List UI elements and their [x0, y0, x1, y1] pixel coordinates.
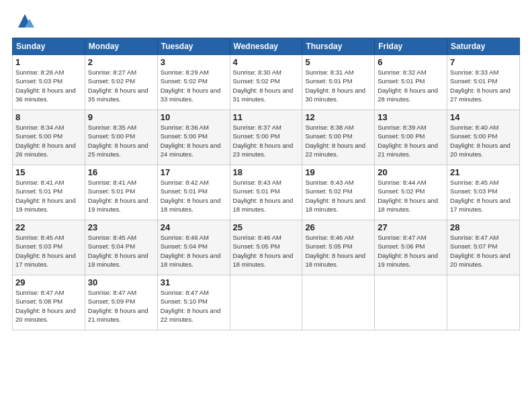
day-cell: 5Sunrise: 8:31 AMSunset: 5:01 PMDaylight…: [302, 55, 375, 110]
day-cell: [302, 275, 375, 330]
day-number: 4: [233, 57, 300, 67]
day-number: 23: [88, 222, 154, 232]
day-number: 10: [161, 112, 227, 122]
col-thursday: Thursday: [302, 38, 375, 55]
day-number: 9: [88, 112, 154, 122]
day-number: 29: [15, 277, 82, 287]
day-info: Sunrise: 8:43 AMSunset: 5:02 PMDaylight:…: [305, 178, 371, 214]
day-info: Sunrise: 8:47 AMSunset: 5:06 PMDaylight:…: [378, 233, 444, 269]
day-info: Sunrise: 8:46 AMSunset: 5:05 PMDaylight:…: [233, 233, 300, 269]
header-row: Sunday Monday Tuesday Wednesday Thursday…: [13, 38, 520, 55]
day-info: Sunrise: 8:39 AMSunset: 5:00 PMDaylight:…: [378, 123, 444, 158]
col-wednesday: Wednesday: [230, 38, 302, 55]
day-number: 20: [378, 167, 444, 177]
day-cell: 11Sunrise: 8:37 AMSunset: 5:00 PMDayligh…: [230, 110, 302, 165]
day-number: 22: [15, 222, 82, 232]
day-info: Sunrise: 8:44 AMSunset: 5:02 PMDaylight:…: [378, 178, 444, 214]
day-info: Sunrise: 8:40 AMSunset: 5:00 PMDaylight:…: [450, 123, 517, 158]
day-number: 18: [233, 167, 300, 177]
day-number: 12: [305, 112, 371, 122]
day-info: Sunrise: 8:36 AMSunset: 5:00 PMDaylight:…: [161, 123, 227, 158]
day-info: Sunrise: 8:45 AMSunset: 5:03 PMDaylight:…: [15, 233, 82, 269]
day-cell: 18Sunrise: 8:43 AMSunset: 5:01 PMDayligh…: [230, 165, 302, 220]
day-number: 14: [450, 112, 517, 122]
day-cell: [375, 275, 447, 330]
day-number: 26: [305, 222, 371, 232]
day-cell: [447, 275, 520, 330]
day-cell: 20Sunrise: 8:44 AMSunset: 5:02 PMDayligh…: [375, 165, 447, 220]
day-cell: 25Sunrise: 8:46 AMSunset: 5:05 PMDayligh…: [230, 220, 302, 275]
day-number: 31: [161, 277, 227, 287]
day-number: 3: [161, 57, 227, 67]
calendar-table: Sunday Monday Tuesday Wednesday Thursday…: [12, 38, 520, 330]
day-cell: 21Sunrise: 8:45 AMSunset: 5:03 PMDayligh…: [447, 165, 520, 220]
day-number: 28: [450, 222, 517, 232]
day-number: 24: [161, 222, 227, 232]
day-number: 1: [15, 57, 82, 67]
day-info: Sunrise: 8:34 AMSunset: 5:00 PMDaylight:…: [15, 123, 82, 158]
day-number: 13: [378, 112, 444, 122]
col-friday: Friday: [375, 38, 447, 55]
day-cell: 13Sunrise: 8:39 AMSunset: 5:00 PMDayligh…: [375, 110, 447, 165]
day-info: Sunrise: 8:43 AMSunset: 5:01 PMDaylight:…: [233, 178, 300, 214]
day-info: Sunrise: 8:46 AMSunset: 5:05 PMDaylight:…: [305, 233, 371, 269]
day-cell: 12Sunrise: 8:38 AMSunset: 5:00 PMDayligh…: [302, 110, 375, 165]
day-cell: 31Sunrise: 8:47 AMSunset: 5:10 PMDayligh…: [157, 275, 230, 330]
day-info: Sunrise: 8:42 AMSunset: 5:01 PMDaylight:…: [161, 178, 227, 214]
day-cell: 22Sunrise: 8:45 AMSunset: 5:03 PMDayligh…: [13, 220, 85, 275]
day-number: 30: [88, 277, 154, 287]
day-cell: 16Sunrise: 8:41 AMSunset: 5:01 PMDayligh…: [85, 165, 157, 220]
day-info: Sunrise: 8:47 AMSunset: 5:08 PMDaylight:…: [15, 288, 82, 324]
day-info: Sunrise: 8:33 AMSunset: 5:01 PMDaylight:…: [450, 68, 517, 103]
day-cell: 14Sunrise: 8:40 AMSunset: 5:00 PMDayligh…: [447, 110, 520, 165]
day-cell: 4Sunrise: 8:30 AMSunset: 5:02 PMDaylight…: [230, 55, 302, 110]
day-number: 2: [88, 57, 154, 67]
day-cell: [230, 275, 302, 330]
logo-icon: [15, 11, 35, 31]
day-info: Sunrise: 8:29 AMSunset: 5:02 PMDaylight:…: [161, 68, 227, 103]
day-cell: 1Sunrise: 8:26 AMSunset: 5:03 PMDaylight…: [13, 55, 85, 110]
day-cell: 29Sunrise: 8:47 AMSunset: 5:08 PMDayligh…: [13, 275, 85, 330]
day-cell: 10Sunrise: 8:36 AMSunset: 5:00 PMDayligh…: [157, 110, 230, 165]
col-saturday: Saturday: [447, 38, 520, 55]
day-info: Sunrise: 8:47 AMSunset: 5:09 PMDaylight:…: [88, 288, 154, 324]
day-number: 11: [233, 112, 300, 122]
week-row-1: 1Sunrise: 8:26 AMSunset: 5:03 PMDaylight…: [13, 55, 520, 110]
day-info: Sunrise: 8:37 AMSunset: 5:00 PMDaylight:…: [233, 123, 300, 158]
calendar-page: Sunday Monday Tuesday Wednesday Thursday…: [0, 0, 532, 411]
day-cell: 9Sunrise: 8:35 AMSunset: 5:00 PMDaylight…: [85, 110, 157, 165]
day-cell: 23Sunrise: 8:45 AMSunset: 5:04 PMDayligh…: [85, 220, 157, 275]
day-cell: 3Sunrise: 8:29 AMSunset: 5:02 PMDaylight…: [157, 55, 230, 110]
day-info: Sunrise: 8:41 AMSunset: 5:01 PMDaylight:…: [15, 178, 82, 214]
day-info: Sunrise: 8:45 AMSunset: 5:03 PMDaylight:…: [450, 178, 517, 214]
day-cell: 15Sunrise: 8:41 AMSunset: 5:01 PMDayligh…: [13, 165, 85, 220]
day-cell: 26Sunrise: 8:46 AMSunset: 5:05 PMDayligh…: [302, 220, 375, 275]
day-cell: 19Sunrise: 8:43 AMSunset: 5:02 PMDayligh…: [302, 165, 375, 220]
day-number: 7: [450, 57, 517, 67]
day-number: 15: [15, 167, 82, 177]
day-info: Sunrise: 8:26 AMSunset: 5:03 PMDaylight:…: [15, 68, 82, 103]
day-info: Sunrise: 8:38 AMSunset: 5:00 PMDaylight:…: [305, 123, 371, 158]
day-number: 5: [305, 57, 371, 67]
day-number: 21: [450, 167, 517, 177]
week-row-2: 8Sunrise: 8:34 AMSunset: 5:00 PMDaylight…: [13, 110, 520, 165]
day-info: Sunrise: 8:46 AMSunset: 5:04 PMDaylight:…: [161, 233, 227, 269]
col-sunday: Sunday: [13, 38, 85, 55]
day-cell: 17Sunrise: 8:42 AMSunset: 5:01 PMDayligh…: [157, 165, 230, 220]
day-info: Sunrise: 8:30 AMSunset: 5:02 PMDaylight:…: [233, 68, 300, 103]
day-cell: 27Sunrise: 8:47 AMSunset: 5:06 PMDayligh…: [375, 220, 447, 275]
day-cell: 24Sunrise: 8:46 AMSunset: 5:04 PMDayligh…: [157, 220, 230, 275]
day-number: 25: [233, 222, 300, 232]
day-info: Sunrise: 8:45 AMSunset: 5:04 PMDaylight:…: [88, 233, 154, 269]
day-number: 8: [15, 112, 82, 122]
col-monday: Monday: [85, 38, 157, 55]
day-number: 16: [88, 167, 154, 177]
day-info: Sunrise: 8:27 AMSunset: 5:02 PMDaylight:…: [88, 68, 154, 103]
week-row-3: 15Sunrise: 8:41 AMSunset: 5:01 PMDayligh…: [13, 165, 520, 220]
day-cell: 6Sunrise: 8:32 AMSunset: 5:01 PMDaylight…: [375, 55, 447, 110]
day-number: 6: [378, 57, 444, 67]
day-info: Sunrise: 8:47 AMSunset: 5:10 PMDaylight:…: [161, 288, 227, 324]
day-cell: 2Sunrise: 8:27 AMSunset: 5:02 PMDaylight…: [85, 55, 157, 110]
day-cell: 28Sunrise: 8:47 AMSunset: 5:07 PMDayligh…: [447, 220, 520, 275]
day-cell: 8Sunrise: 8:34 AMSunset: 5:00 PMDaylight…: [13, 110, 85, 165]
